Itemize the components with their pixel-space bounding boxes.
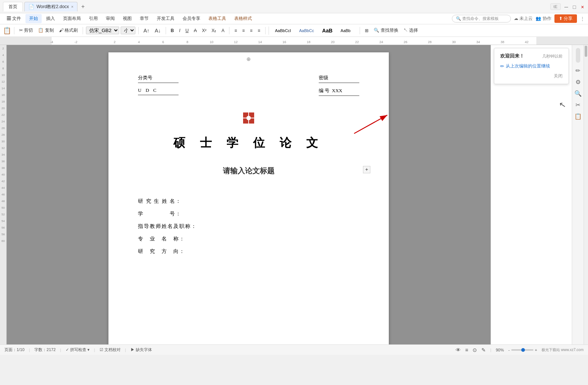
style-heading1[interactable]: AaBbCc (296, 27, 317, 34)
vruler-mark: 52 (1, 211, 5, 218)
search-box[interactable]: 🔍 查找命令、搜索模板 (452, 15, 511, 22)
doc-check-button[interactable]: ☑ 文档校对 (100, 347, 121, 353)
strikethrough-button[interactable]: A (192, 27, 198, 34)
tab-doc[interactable]: 📄 Word教程2.docx × (24, 2, 77, 11)
vertical-scrollbar[interactable] (584, 45, 588, 344)
major-row: 专 业 名 称： (138, 236, 359, 242)
menu-member[interactable]: 会员专享 (179, 14, 204, 23)
zoom-bar[interactable] (511, 349, 533, 351)
add-tab-button[interactable]: + (79, 3, 87, 10)
document-page[interactable]: ⊕ 分类号 U D C 密级 编 号 XXX (108, 52, 389, 344)
menu-dev[interactable]: 开发工具 (153, 14, 178, 23)
sidebar-icon-5[interactable]: 📋 (574, 113, 582, 120)
welcome-header: 欢迎回来！ 几秒钟以前 (500, 53, 563, 59)
sidebar-icon-4[interactable]: ✂ (575, 101, 580, 108)
sep-5: | (490, 348, 491, 352)
ruler-mark: 20 (331, 40, 335, 44)
subscript-button[interactable]: X₂ (210, 27, 218, 34)
ruler-inner: -4 -2 2 4 6 8 10 12 14 16 18 20 22 24 26… (52, 37, 536, 45)
more-menu-button[interactable]: ⋮ (580, 16, 585, 22)
cut-button[interactable]: ✂ 剪切 (17, 27, 35, 34)
close-button[interactable]: × (580, 4, 585, 9)
add-content-handle[interactable]: ⊕ (246, 56, 251, 62)
vruler-mark: 8 (2, 65, 4, 72)
style-normal[interactable]: AaBbCcI (272, 27, 294, 34)
collab-button[interactable]: 👥 协作 (536, 15, 551, 22)
menu-start[interactable]: 开始 (25, 14, 42, 23)
menu-table-tools[interactable]: 表格工具 (205, 14, 230, 23)
bold-button[interactable]: B (169, 27, 176, 34)
scrollbar-thumb-vertical[interactable] (585, 46, 587, 57)
zoom-thumb[interactable] (521, 348, 525, 352)
status-icon-edit[interactable]: ✎ (481, 347, 486, 353)
zoom-in-icon[interactable]: + (535, 348, 537, 352)
align-left-button[interactable]: ≡ (232, 27, 239, 34)
download-watermark: 极光下载站 www.xz7.com (542, 347, 584, 353)
ruler-mark: 28 (428, 40, 432, 44)
sidebar-icon-2[interactable]: ⚙ (575, 79, 581, 86)
doc-subtitle[interactable]: 请输入论文标题 + (138, 166, 359, 176)
para-layout-button[interactable]: ⊞ (363, 27, 370, 34)
missing-font-button[interactable]: ▶ 缺失字体 (131, 347, 152, 353)
window-controls: tE ─ □ × (550, 3, 585, 10)
format-brush-button[interactable]: 🖌 格式刷 (57, 27, 80, 34)
select-button[interactable]: ↖ 选择 (402, 27, 420, 34)
vruler-mark: 6 (2, 58, 4, 65)
scrollbar-thumb[interactable] (576, 48, 580, 63)
menu-ref[interactable]: 引用 (85, 14, 101, 23)
ruler-mark: 42 (525, 40, 529, 44)
zoom-slider[interactable]: - + (508, 348, 537, 352)
page-count: 页面：1/10 (4, 347, 24, 353)
font-increase-button[interactable]: A↑ (142, 27, 151, 34)
sidebar-icon-3[interactable]: 🔍 (574, 90, 582, 97)
separator-1 (14, 27, 14, 34)
align-center-button[interactable]: ≡ (240, 27, 246, 34)
tab-close-button[interactable]: × (71, 4, 73, 9)
align-right-button[interactable]: ≡ (248, 27, 254, 34)
zoom-out-icon[interactable]: - (508, 348, 510, 352)
style-heading3[interactable]: AaBb (337, 27, 354, 34)
font-decrease-button[interactable]: A↓ (153, 27, 162, 34)
cursor-area: ↖ (491, 87, 572, 116)
tab-home[interactable]: 首页 (3, 2, 23, 11)
find-replace-button[interactable]: 🔍 查找替换 (372, 27, 400, 34)
justify-button[interactable]: ≡ (256, 27, 262, 34)
menu-section[interactable]: 章节 (136, 14, 152, 23)
separator-2 (83, 27, 83, 34)
style-heading2[interactable]: AaB (319, 27, 336, 35)
font-color-button[interactable]: A (219, 27, 226, 34)
vruler-mark: 26 (1, 125, 5, 131)
italic-button[interactable]: I (177, 27, 182, 34)
status-icon-grid[interactable]: ⊙ (473, 347, 477, 353)
resume-edit-link[interactable]: ✏ 从上次编辑的位置继续 (500, 63, 563, 69)
status-icon-list[interactable]: ≡ (465, 347, 468, 353)
superscript-button[interactable]: X² (200, 27, 208, 34)
menu-layout[interactable]: 页面布局 (59, 14, 84, 23)
ruler-mark: 4 (138, 40, 140, 44)
copy-button[interactable]: 📋 复制 (36, 27, 55, 34)
underline-button[interactable]: U (184, 27, 191, 34)
restore-button[interactable]: □ (572, 4, 577, 9)
user-avatar[interactable]: tE (550, 3, 561, 10)
status-icon-eye[interactable]: 👁 (456, 347, 461, 353)
welcome-close-button[interactable]: 关闭 (500, 73, 563, 79)
sidebar-icon-1[interactable]: ✏ (575, 67, 580, 74)
menu-insert[interactable]: 插入 (42, 14, 59, 23)
menu-review[interactable]: 审阅 (102, 14, 118, 23)
font-name-select[interactable]: 仿宋_GB2312 宋体 黑体 (86, 27, 119, 34)
cloud-save-button[interactable]: ☁ 未上云 (514, 15, 533, 22)
doc-right-header: 密级 编 号 XXX (319, 74, 359, 96)
add-subtitle-button[interactable]: + (363, 166, 370, 173)
font-size-select[interactable]: 小三 四 三 (121, 27, 135, 34)
document-area[interactable]: ⊕ 分类号 U D C 密级 编 号 XXX (7, 45, 491, 344)
share-button[interactable]: ⬆ 分享 (554, 14, 577, 23)
ruler-mark: 34 (476, 40, 480, 44)
minimize-button[interactable]: ─ (564, 4, 569, 9)
menu-table-style[interactable]: 表格样式 (231, 14, 256, 23)
menu-file[interactable]: ☰ 文件 (3, 14, 25, 23)
menu-view[interactable]: 视图 (119, 14, 135, 23)
spell-check-button[interactable]: ✓ 拼写检查 ▾ (66, 347, 90, 353)
ruler-mark: -2 (75, 40, 77, 44)
paste-button[interactable]: 📋 (3, 27, 11, 35)
udc-label: U D C (138, 87, 179, 93)
